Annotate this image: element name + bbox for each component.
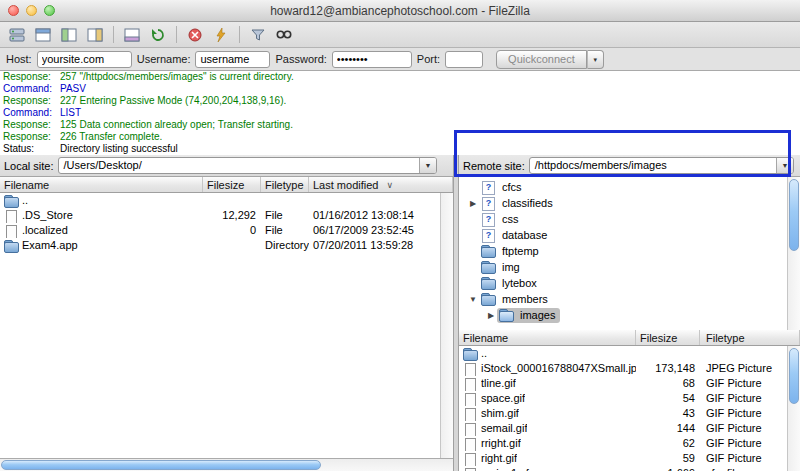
message-log: Response:257 "/httpdocs/members/images" … — [0, 71, 800, 155]
tree-item-ftptemp[interactable]: ftptemp — [459, 243, 787, 259]
local-site-dropdown-button[interactable]: ▼ — [419, 158, 436, 173]
local-horizontal-scrollbar[interactable] — [0, 458, 453, 471]
tree-item-classifieds[interactable]: ▶classifieds — [459, 195, 787, 211]
file-row[interactable]: recipe1.cfm1,669cfm file — [459, 466, 787, 471]
tree-item-css[interactable]: css — [459, 211, 787, 227]
tree-vertical-scrollbar[interactable] — [787, 177, 800, 330]
refresh-button[interactable] — [145, 24, 171, 46]
remote-list-vertical-scrollbar[interactable] — [787, 346, 800, 471]
local-vertical-scrollbar[interactable] — [440, 193, 453, 458]
file-name-cell: rright.gif — [459, 436, 636, 451]
file-modified: 07/20/2011 13:59:28 — [309, 238, 440, 253]
tree-item-label: lytebox — [502, 277, 537, 289]
host-input[interactable] — [37, 51, 132, 68]
port-input[interactable] — [445, 51, 483, 68]
column-header-filename[interactable]: Filename — [0, 177, 203, 192]
column-header-filename[interactable]: Filename — [459, 330, 636, 345]
toggle-remote-tree-button[interactable] — [82, 24, 108, 46]
file-row[interactable]: .. — [459, 346, 787, 361]
file-row[interactable]: rright.gif62GIF Picture — [459, 436, 787, 451]
tree-item-content: images — [497, 308, 560, 323]
column-header-last-modified[interactable]: Last modified∨ — [309, 177, 453, 192]
column-header-label: Filesize — [207, 179, 244, 191]
tree-item-label: classifieds — [502, 197, 553, 209]
file-type: File — [261, 223, 309, 238]
column-header-filesize[interactable]: Filesize — [203, 177, 261, 192]
quickconnect-button[interactable]: Quickconnect — [496, 50, 587, 69]
toggle-message-log-button[interactable] — [30, 24, 56, 46]
filter-button[interactable] — [245, 24, 271, 46]
remote-site-combo[interactable]: /httpdocs/members/images ▼ — [529, 157, 794, 174]
scrollbar-thumb[interactable] — [1, 460, 321, 470]
tree-item-images[interactable]: ▶images — [459, 307, 787, 323]
find-button[interactable] — [271, 24, 297, 46]
tree-item-lytebox[interactable]: lytebox — [459, 275, 787, 291]
site-manager-button[interactable] — [4, 24, 30, 46]
log-type: Response: — [0, 131, 60, 143]
tree-item-label: cfcs — [502, 181, 522, 193]
question-folder-icon — [481, 213, 496, 225]
file-row[interactable]: space.gif54GIF Picture — [459, 391, 787, 406]
expander-collapsed-icon[interactable]: ▶ — [467, 199, 479, 208]
file-row[interactable]: semail.gif144GIF Picture — [459, 421, 787, 436]
tree-item-img[interactable]: img — [459, 259, 787, 275]
log-type: Response: — [0, 119, 60, 131]
column-header-filesize[interactable]: Filesize — [636, 330, 700, 345]
sort-indicator-icon: ∨ — [386, 180, 393, 190]
tree-item-label: images — [520, 309, 555, 321]
remote-directory-tree: cfcs▶classifiedscssdatabaseftptempimglyt… — [459, 177, 787, 330]
log-line: Response:257 "/httpdocs/members/images" … — [0, 71, 800, 83]
file-size: 68 — [636, 376, 700, 391]
tree-item-database[interactable]: database — [459, 227, 787, 243]
toolbar — [0, 22, 800, 48]
remote-site-dropdown-button[interactable]: ▼ — [776, 158, 793, 173]
file-type: JPEG Picture — [700, 361, 787, 376]
file-row[interactable]: shim.gif43GIF Picture — [459, 406, 787, 421]
file-type: Directory — [261, 238, 309, 253]
expander-expanded-icon[interactable]: ▼ — [467, 295, 479, 304]
disconnect-button[interactable] — [208, 24, 234, 46]
expander-collapsed-icon[interactable]: ▶ — [485, 311, 497, 320]
column-header-label: Last modified — [313, 179, 378, 191]
file-row[interactable]: Exam4.appDirectory07/20/2011 13:59:28 — [0, 238, 440, 253]
file-name: .. — [22, 193, 28, 208]
chevron-down-icon: ▼ — [782, 162, 789, 169]
file-name-cell: shim.gif — [459, 406, 636, 421]
toggle-queue-button[interactable] — [119, 24, 145, 46]
column-header-filetype[interactable]: Filetype — [261, 177, 309, 192]
tree-item-members[interactable]: ▼members — [459, 291, 787, 307]
file-row[interactable]: tline.gif68GIF Picture — [459, 376, 787, 391]
tree-item-label: members — [502, 293, 548, 305]
file-type: GIF Picture — [700, 451, 787, 466]
cancel-button[interactable] — [182, 24, 208, 46]
username-input[interactable] — [195, 51, 270, 68]
folder-up-icon — [4, 195, 19, 207]
file-size: 43 — [636, 406, 700, 421]
quickconnect-history-button[interactable]: ▾ — [587, 50, 604, 69]
folder-open-icon — [499, 309, 514, 321]
file-row[interactable]: .DS_Store12,292File01/16/2012 13:08:14 — [0, 208, 440, 223]
file-icon — [463, 468, 478, 471]
folder-icon — [481, 277, 496, 289]
column-header-filetype[interactable]: Filetype — [700, 330, 800, 345]
chevron-down-icon: ▼ — [425, 162, 432, 169]
file-row[interactable]: right.gif59GIF Picture — [459, 451, 787, 466]
tree-item-cfcs[interactable]: cfcs — [459, 179, 787, 195]
file-row[interactable]: iStock_000016788047XSmall.jpg173,148JPEG… — [459, 361, 787, 376]
file-size: 173,148 — [636, 361, 700, 376]
scrollbar-thumb[interactable] — [789, 179, 799, 251]
file-row[interactable]: .. — [0, 193, 440, 208]
file-name-cell: .localized — [0, 223, 203, 238]
panes-area: Local site: /Users/Desktop/ ▼ FilenameFi… — [0, 155, 800, 471]
file-row[interactable]: .localized0File06/17/2009 23:52:45 — [0, 223, 440, 238]
toggle-local-tree-button[interactable] — [56, 24, 82, 46]
toggle-local-tree-icon — [60, 27, 78, 43]
scrollbar-thumb[interactable] — [789, 348, 799, 404]
toolbar-separator — [176, 26, 177, 43]
password-input[interactable] — [332, 51, 412, 68]
tree-item-content: classifieds — [479, 196, 558, 211]
file-name: space.gif — [481, 391, 525, 406]
file-name-cell: tline.gif — [459, 376, 636, 391]
local-site-combo[interactable]: /Users/Desktop/ ▼ — [58, 157, 437, 174]
column-header-label: Filetype — [706, 332, 745, 344]
